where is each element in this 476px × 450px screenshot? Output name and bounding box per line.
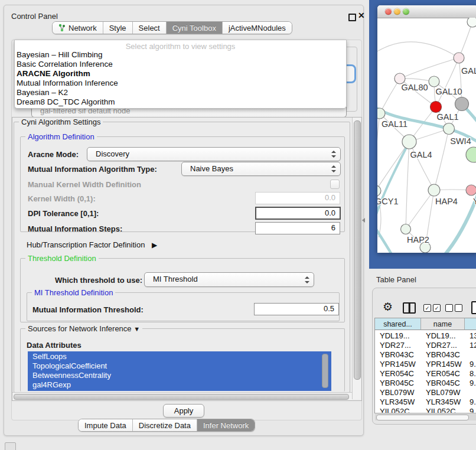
aracne-mode-value: Discovery bbox=[96, 149, 129, 158]
table-cell[interactable]: YER054C bbox=[375, 369, 422, 379]
vertical-scrollbar[interactable] bbox=[352, 118, 361, 399]
network-node-hap4[interactable] bbox=[428, 184, 440, 196]
close-traffic-light[interactable] bbox=[385, 8, 392, 15]
network-node-green[interactable] bbox=[466, 147, 476, 162]
manual-kernel-checkbox[interactable] bbox=[330, 180, 340, 189]
node-label: SWI4 bbox=[450, 136, 471, 146]
hide-columns-icon[interactable] bbox=[445, 304, 462, 312]
table-cell[interactable]: 8. bbox=[465, 369, 476, 379]
table-cell[interactable] bbox=[465, 388, 476, 397]
network-node-gal10[interactable] bbox=[429, 76, 439, 87]
network-node-hap2[interactable] bbox=[401, 224, 411, 234]
float-window-icon[interactable] bbox=[348, 14, 356, 21]
table-cell[interactable]: YLR345W bbox=[421, 397, 466, 407]
table-cell[interactable]: YER054C bbox=[421, 369, 466, 379]
kernel-width-field[interactable]: 0.0 bbox=[255, 192, 340, 204]
horizontal-scrollbar-thumb[interactable] bbox=[14, 394, 349, 400]
mi-steps-label: Mutual Information Steps: bbox=[28, 224, 122, 233]
dropdown-item[interactable]: Mutual Information Inference bbox=[17, 79, 118, 87]
group-title: Algorithm Definition bbox=[25, 132, 97, 141]
mi-threshold-field[interactable]: 0.5 bbox=[254, 303, 339, 315]
minimize-traffic-light[interactable] bbox=[394, 8, 400, 15]
mi-type-label: Mutual Information Algorithm Type: bbox=[28, 165, 157, 174]
tab-discretize-data[interactable]: Discretize Data bbox=[133, 419, 197, 431]
list-scrollbar-thumb[interactable] bbox=[322, 354, 328, 388]
hub-expander[interactable]: Hub/Transcription Factor Definition ▶ bbox=[27, 240, 157, 249]
mi-steps-field[interactable]: 6 bbox=[255, 222, 340, 234]
table-horizontal-scrollbar[interactable] bbox=[375, 413, 476, 420]
table-cell[interactable]: 9. bbox=[465, 360, 476, 369]
tab-jactivemnodules[interactable]: jActiveMNodules bbox=[223, 22, 292, 34]
dropdown-item-highlighted[interactable]: ARACNE Algorithm bbox=[17, 69, 90, 78]
network-canvas[interactable]: GAL GAL80 GAL10 GAL1 SWI4 GAL11 GAL4 GCY… bbox=[377, 18, 476, 253]
table-cell[interactable]: 12 bbox=[465, 341, 476, 350]
table-cell[interactable]: YDR27... bbox=[375, 341, 422, 350]
zoom-traffic-light[interactable] bbox=[403, 8, 409, 15]
table-cell[interactable] bbox=[465, 350, 476, 360]
close-icon[interactable]: ✕ bbox=[358, 11, 365, 20]
kernel-width-label: Kernel Width (0,1): bbox=[28, 194, 96, 203]
dpi-tolerance-field[interactable]: 0.0 bbox=[255, 207, 341, 220]
show-selected-columns-icon[interactable]: ✓✓ bbox=[423, 304, 441, 312]
network-window-titlebar[interactable] bbox=[377, 5, 476, 18]
network-node[interactable] bbox=[467, 18, 476, 27]
apply-button[interactable]: Apply bbox=[163, 404, 204, 418]
gear-icon[interactable]: ⚙ bbox=[383, 300, 393, 314]
tab-infer-network[interactable]: Infer Network bbox=[197, 419, 255, 431]
network-node-swi4[interactable] bbox=[444, 123, 455, 135]
tab-cyni-toolbox[interactable]: Cyni Toolbox bbox=[167, 22, 223, 34]
attribute-item-selected[interactable]: SelfLoops bbox=[32, 352, 67, 361]
tab-impute-data[interactable]: Impute Data bbox=[79, 419, 133, 431]
network-node-gal11[interactable] bbox=[377, 108, 385, 119]
horizontal-scrollbar[interactable] bbox=[12, 392, 352, 400]
table-cell[interactable]: 9. bbox=[465, 397, 476, 407]
attribute-item-selected[interactable]: TopologicalCoefficient bbox=[32, 361, 107, 370]
vertical-scrollbar-thumb[interactable] bbox=[354, 120, 361, 380]
column-header-clipped[interactable] bbox=[465, 318, 476, 330]
table-cell[interactable]: YPR145W bbox=[375, 360, 422, 369]
network-node-gal1-selected[interactable] bbox=[431, 102, 442, 113]
dropdown-item[interactable]: Bayesian – Hill Climbing bbox=[17, 50, 103, 59]
node-label: GAL11 bbox=[382, 119, 407, 129]
table-cell[interactable]: 13 bbox=[465, 331, 476, 341]
tab-network[interactable]: Network bbox=[53, 22, 103, 34]
table-horizontal-scrollbar-thumb[interactable] bbox=[376, 415, 469, 420]
table-cell[interactable]: 9. bbox=[465, 379, 476, 388]
attribute-item-selected[interactable]: BetweennessCentrality bbox=[32, 371, 111, 380]
dropdown-item[interactable]: Dream8 DC_TDC Algorithm bbox=[17, 97, 115, 106]
dropdown-item[interactable]: Basic Correlation Inference bbox=[17, 60, 113, 69]
table-cell[interactable]: YBR045C bbox=[375, 379, 422, 388]
tab-style[interactable]: Style bbox=[103, 22, 133, 34]
table-cell[interactable]: YBR043C bbox=[375, 350, 422, 360]
network-node-gcy1[interactable] bbox=[377, 185, 381, 196]
table-cell[interactable]: YDL19... bbox=[375, 331, 422, 341]
aracne-mode-label: Aracne Mode: bbox=[28, 150, 79, 159]
which-threshold-combo[interactable]: MI Threshold bbox=[144, 272, 314, 287]
dropdown-item[interactable]: Bayesian – K2 bbox=[17, 88, 68, 97]
new-table-icon[interactable] bbox=[471, 301, 476, 314]
table-cell[interactable]: YDR27... bbox=[421, 341, 466, 350]
corner-grip-button[interactable] bbox=[5, 442, 16, 450]
control-panel-window: Control Panel ✕ Network Style Select Cyn… bbox=[4, 5, 364, 436]
tab-select[interactable]: Select bbox=[133, 22, 167, 34]
table-cell[interactable]: YBL079W bbox=[375, 388, 422, 397]
network-node-pink[interactable] bbox=[466, 185, 476, 195]
attribute-item-selected[interactable]: gal4RGexp bbox=[32, 380, 71, 389]
column-layout-icon[interactable] bbox=[403, 302, 416, 314]
table-cell[interactable]: YBR043C bbox=[421, 350, 466, 360]
table-cell[interactable]: YBR045C bbox=[421, 379, 466, 388]
panel-collapse-arrow[interactable] bbox=[362, 218, 365, 223]
table-cell[interactable]: YPR145W bbox=[421, 360, 466, 369]
data-attributes-list[interactable]: SelfLoops TopologicalCoefficient Between… bbox=[28, 351, 331, 391]
aracne-mode-combo[interactable]: Discovery bbox=[87, 147, 341, 161]
network-node-gal4[interactable] bbox=[402, 135, 416, 149]
column-header-name[interactable]: name bbox=[421, 318, 465, 330]
table-cell[interactable]: YLR345W bbox=[375, 397, 422, 407]
manual-kernel-label: Manual Kernel Width Definition bbox=[28, 180, 141, 189]
column-header-shared-name[interactable]: shared... bbox=[375, 318, 421, 330]
network-node-gray[interactable] bbox=[455, 97, 469, 111]
mi-type-combo[interactable]: Naive Bayes bbox=[181, 162, 341, 176]
table-cell[interactable]: YDL19... bbox=[421, 331, 466, 341]
network-node-gal[interactable] bbox=[454, 53, 464, 63]
table-cell[interactable]: YBL079W bbox=[421, 388, 466, 397]
